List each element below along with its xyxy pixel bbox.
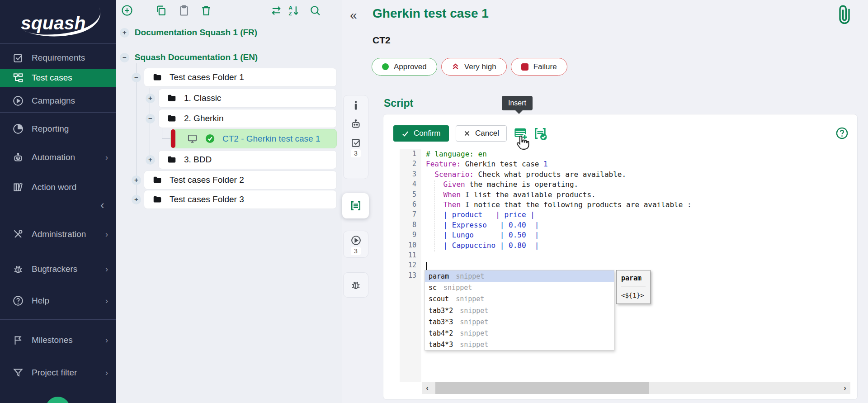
code-line[interactable]: | product | price | [426, 210, 692, 220]
test-case-reference: CT2 [373, 35, 391, 46]
anchor-group-executions: 3 [343, 231, 368, 258]
autocomplete-item[interactable]: tab4*3snippet [425, 339, 614, 351]
code-line[interactable] [426, 251, 692, 261]
line-number: 7 [400, 210, 421, 220]
verifications-anchor-button[interactable]: 3 [344, 133, 368, 160]
play-circle-icon [350, 235, 362, 246]
avatar[interactable] [46, 397, 70, 403]
weight-badge-failure[interactable]: Failure [511, 58, 567, 76]
code-area[interactable]: # language: enFeature: Gherkin test case… [426, 150, 692, 281]
sidebar-item-automation[interactable]: Automation › [0, 148, 116, 166]
scrollbar-thumb[interactable] [435, 382, 649, 394]
sort-az-button[interactable]: AZ [287, 4, 300, 18]
bug-icon [350, 279, 362, 291]
tree-project-row[interactable]: + ★ Documentation Squash 1 (FR) [120, 25, 257, 40]
search-button[interactable] [308, 4, 322, 18]
tree-folder-node[interactable]: Test cases Folder 3 [144, 190, 337, 209]
expand-icon[interactable]: + [132, 195, 141, 204]
collapse-icon[interactable]: − [132, 73, 141, 82]
scroll-right-button[interactable]: › [840, 382, 850, 394]
autocomplete-item[interactable]: paramsnippet [425, 270, 614, 282]
sidebar-item-help[interactable]: Help › [0, 292, 116, 310]
sidebar-item-reporting[interactable]: Reporting [0, 120, 116, 138]
code-line[interactable]: | Cappuccino | 0.80 | [426, 241, 692, 251]
expand-icon[interactable]: + [146, 155, 155, 165]
code-line[interactable]: | Lungo | 0.50 | [426, 231, 692, 241]
code-line[interactable]: Feature: Gherkin test case 1 [426, 160, 692, 170]
code-line[interactable]: Given the machine is operating. [426, 180, 692, 190]
tree-test-case-node-selected[interactable]: CT2 - Gherkin test case 1 [170, 129, 337, 148]
sidebar-collapse-icon[interactable]: ‹ [100, 199, 104, 211]
script-editor-card: Confirm Cancel 12345678910111213 # langu… [383, 114, 858, 400]
code-line[interactable]: Then I notice that the following product… [426, 200, 692, 210]
information-anchor-button[interactable] [344, 95, 368, 114]
node-label: Test cases Folder 1 [170, 72, 244, 82]
tree-folder-node[interactable]: 2. Gherkin [158, 109, 337, 128]
sidebar-item-campaigns[interactable]: Campaigns [0, 92, 116, 110]
divider [0, 391, 116, 391]
help-icon [12, 295, 24, 307]
expand-icon[interactable]: + [132, 175, 141, 185]
snippet-name: sc [429, 284, 437, 292]
tree-folder-node[interactable]: 3. BDD [158, 150, 337, 169]
insert-snippet-button[interactable] [513, 126, 528, 143]
code-line[interactable]: | Expresso | 0.40 | [426, 221, 692, 231]
script-section-heading: Script [384, 97, 413, 109]
squash-tm-app: squash Requirements Test cases Campaigns… [0, 0, 868, 403]
sidebar-item-test-cases[interactable]: Test cases [0, 69, 116, 87]
project-label[interactable]: Documentation Squash 1 (FR) [135, 28, 257, 38]
script-icon [349, 199, 363, 213]
autocomplete-item[interactable]: tab4*2snippet [425, 327, 614, 339]
status-badge-approved[interactable]: Approved [372, 58, 437, 76]
line-number: 9 [400, 231, 421, 241]
executions-anchor-button[interactable]: 3 [344, 231, 368, 258]
code-token: # language: en [426, 150, 487, 158]
swap-arrows-button[interactable] [269, 4, 283, 18]
importance-badge-very-high[interactable]: Very high [441, 58, 507, 76]
add-button[interactable] [120, 4, 134, 18]
milestone-bar [171, 129, 175, 148]
tree-project-row[interactable]: − ★ Squash Documentation 1 (EN) [120, 50, 258, 65]
tree-folder-node[interactable]: 1. Classic [158, 89, 337, 108]
pie-chart-icon [12, 123, 24, 135]
tree-folder-node[interactable]: Test cases Folder 2 [144, 171, 337, 190]
expand-icon[interactable]: + [146, 94, 155, 103]
cancel-button[interactable]: Cancel [456, 125, 507, 142]
confirm-button[interactable]: Confirm [393, 125, 449, 142]
delete-button[interactable] [199, 4, 213, 18]
sidebar-item-project-filter[interactable]: Project filter › [0, 364, 116, 382]
code-line[interactable]: # language: en [426, 150, 692, 160]
sidebar-item-requirements[interactable]: Requirements [0, 49, 116, 67]
sidebar-item-milestones[interactable]: Milestones › [0, 331, 116, 349]
tree-folder-node[interactable]: Test cases Folder 1 [144, 68, 337, 87]
help-button[interactable] [835, 126, 849, 142]
issues-anchor-button[interactable] [344, 279, 368, 291]
script-anchor-button-active[interactable] [342, 199, 369, 213]
collapse-icon[interactable]: − [146, 114, 155, 123]
attachments-button[interactable] [835, 3, 854, 28]
sidebar-item-administration[interactable]: Administration › [0, 225, 116, 243]
automation-anchor-button[interactable] [344, 114, 368, 133]
collapse-detail-icon[interactable]: « [350, 8, 357, 23]
bug-icon [12, 263, 24, 275]
project-label[interactable]: Squash Documentation 1 (EN) [135, 52, 258, 62]
code-line[interactable]: Scenario: Check what products are availa… [426, 170, 692, 180]
sidebar-item-action-word[interactable]: Action word [0, 178, 116, 196]
sidebar-item-bugtrackers[interactable]: Bugtrackers › [0, 260, 116, 278]
horizontal-scrollbar[interactable]: ‹ › [422, 382, 850, 394]
collapse-icon[interactable]: − [120, 53, 129, 62]
validate-script-button[interactable] [532, 126, 548, 143]
squash-logo[interactable]: squash [10, 5, 105, 41]
funnel-icon [12, 367, 24, 379]
copy-button[interactable] [154, 4, 168, 18]
autocomplete-item[interactable]: scoutsnippet [425, 294, 614, 305]
scroll-left-button[interactable]: ‹ [422, 382, 433, 394]
code-line[interactable]: When I list the available products. [426, 190, 692, 200]
monitor-icon [187, 133, 198, 144]
expand-icon[interactable]: + [120, 28, 129, 38]
code-token: | Lungo | 0.50 | [426, 231, 539, 239]
paste-button[interactable] [177, 4, 191, 18]
autocomplete-item[interactable]: scsnippet [425, 282, 614, 293]
autocomplete-item[interactable]: tab3*2snippet [425, 305, 614, 316]
autocomplete-item[interactable]: tab3*3snippet [425, 316, 614, 327]
